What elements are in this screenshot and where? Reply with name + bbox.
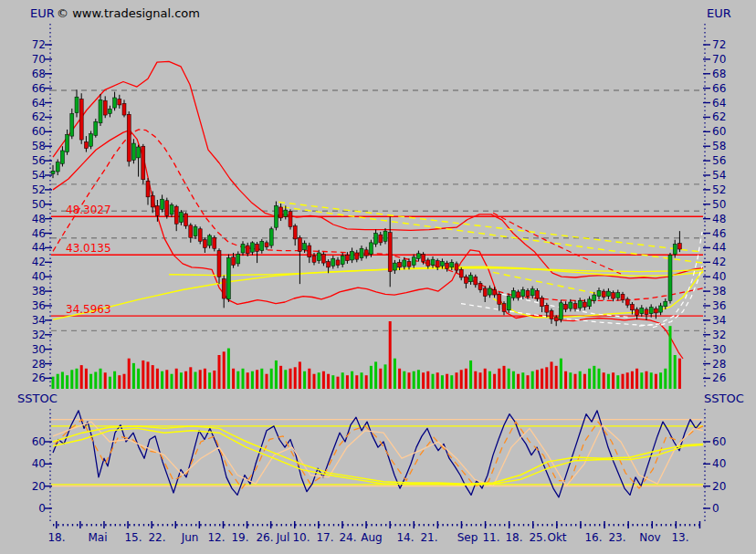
x-axis-dot bbox=[252, 524, 253, 526]
volume-bar bbox=[152, 365, 154, 389]
x-axis-week-tick bbox=[270, 521, 272, 528]
x-axis-week-tick bbox=[56, 521, 58, 528]
volume-bar bbox=[413, 371, 415, 389]
candle-body bbox=[379, 235, 383, 243]
stoch-slow-orange-dashed bbox=[55, 420, 703, 488]
x-axis-dot bbox=[323, 524, 324, 526]
volume-bar bbox=[232, 369, 235, 389]
candle-body bbox=[554, 318, 558, 321]
volume-bar bbox=[247, 372, 249, 389]
price-tick-label-right: 36 bbox=[712, 300, 740, 311]
candle-body bbox=[446, 263, 449, 268]
lower-band-red bbox=[53, 131, 683, 359]
candle-body bbox=[317, 253, 320, 261]
volume-bar bbox=[85, 369, 88, 389]
candle-body bbox=[108, 110, 111, 114]
candle-body bbox=[298, 237, 301, 251]
volume-bar bbox=[327, 374, 330, 389]
volume-bar bbox=[389, 321, 392, 389]
candle-body bbox=[113, 98, 117, 108]
x-axis-dot bbox=[666, 524, 667, 526]
volume-bar bbox=[432, 374, 435, 389]
candle-body bbox=[583, 302, 586, 308]
candle-body bbox=[198, 229, 202, 242]
volume-bar bbox=[374, 361, 377, 389]
x-axis-dot bbox=[428, 524, 429, 526]
volume-bar bbox=[299, 361, 301, 389]
candle-body bbox=[398, 262, 402, 267]
x-axis-dot bbox=[476, 524, 477, 526]
x-axis-dot bbox=[599, 524, 600, 526]
volume-bar bbox=[394, 359, 396, 389]
x-axis-dot bbox=[139, 524, 140, 526]
volume-bar bbox=[322, 371, 325, 389]
volume-bar bbox=[70, 370, 73, 389]
volume-bar bbox=[270, 369, 273, 389]
x-axis-dot bbox=[124, 524, 125, 526]
volume-bar bbox=[289, 369, 292, 389]
candle-body bbox=[174, 206, 178, 224]
chart-canvas[interactable] bbox=[0, 0, 756, 554]
volume-bar bbox=[184, 371, 187, 389]
x-axis-dot bbox=[452, 524, 453, 526]
candle-body bbox=[393, 263, 396, 270]
x-axis-week-tick bbox=[414, 521, 415, 528]
x-axis-dot bbox=[394, 524, 395, 526]
volume-bar bbox=[104, 372, 107, 389]
candle-body bbox=[517, 292, 520, 298]
x-axis-dot bbox=[679, 524, 680, 526]
x-axis-dot bbox=[362, 524, 362, 526]
price-tick-label-left: 30 bbox=[20, 344, 46, 355]
price-tick-label-right: 70 bbox=[712, 54, 740, 65]
volume-bar bbox=[208, 372, 211, 389]
candle-body bbox=[351, 251, 354, 260]
volume-bar bbox=[89, 374, 92, 389]
volume-bar bbox=[384, 364, 387, 389]
x-axis-dot bbox=[62, 524, 63, 526]
x-axis-dot bbox=[310, 524, 310, 526]
volume-bar bbox=[521, 372, 524, 389]
stoch-tick-label-left: 40 bbox=[20, 458, 46, 469]
volume-bar bbox=[674, 355, 677, 389]
x-axis-dot bbox=[447, 524, 448, 526]
candle-body bbox=[84, 141, 88, 148]
x-axis-dot bbox=[689, 524, 690, 526]
volume-bar bbox=[598, 369, 601, 389]
candle-body bbox=[327, 262, 331, 267]
price-level-label: 34.5963 bbox=[66, 304, 111, 315]
trading-chart-window: EUR © www.tradesignal.com EUR SSTOC SSTO… bbox=[0, 0, 756, 554]
candle-body bbox=[625, 299, 629, 305]
date-tick-label: 13. bbox=[662, 532, 698, 543]
x-axis-week-tick bbox=[627, 521, 629, 528]
volume-bar bbox=[171, 374, 173, 389]
price-tick-label-right: 38 bbox=[712, 286, 740, 297]
volume-bar bbox=[545, 367, 548, 389]
x-axis-dot bbox=[590, 524, 591, 526]
candle-body bbox=[137, 147, 141, 158]
x-axis-dot bbox=[267, 524, 268, 526]
x-axis-week-tick bbox=[676, 521, 677, 528]
x-axis-dot bbox=[584, 524, 585, 526]
volume-bar bbox=[631, 371, 634, 389]
x-axis-dot bbox=[637, 524, 638, 526]
price-tick-label-left: 26 bbox=[20, 372, 46, 383]
x-axis-dot bbox=[58, 524, 58, 526]
candle-body bbox=[606, 291, 610, 297]
x-axis-dot bbox=[466, 524, 467, 526]
x-axis-dot bbox=[623, 524, 624, 526]
candle-body bbox=[79, 99, 83, 140]
volume-bar bbox=[493, 374, 496, 389]
x-axis-dot bbox=[646, 524, 647, 526]
x-axis-week-tick bbox=[103, 521, 105, 528]
x-axis-dot bbox=[661, 524, 662, 526]
volume-bar bbox=[337, 377, 340, 389]
price-tick-label-right: 60 bbox=[712, 126, 740, 137]
volume-bar bbox=[147, 361, 150, 389]
x-axis-week-tick bbox=[199, 521, 201, 528]
candle-body bbox=[664, 301, 667, 307]
volume-bar bbox=[318, 372, 320, 389]
candle-body bbox=[284, 210, 288, 216]
volume-bar bbox=[626, 372, 629, 389]
stochastic-axis-title-left: SSTOC bbox=[17, 392, 58, 404]
volume-bar bbox=[640, 372, 643, 389]
